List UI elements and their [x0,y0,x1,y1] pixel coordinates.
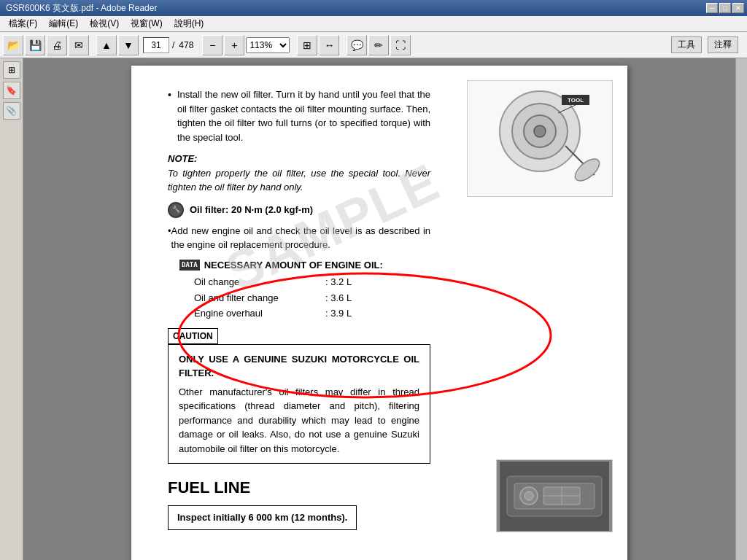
caution-title: ONLY USE A GENUINE SUZUKI MOTORCYCLE OIL… [179,352,419,381]
fit-page-button[interactable]: ⊞ [297,35,317,55]
data-icon: DATA [179,260,200,271]
print-button[interactable]: 🖨 [47,35,67,55]
window-controls: ─ □ ✕ [706,3,744,13]
menu-edit[interactable]: 編輯(E) [43,16,84,31]
open-button[interactable]: 📂 [3,35,23,55]
toolbar: 📂 💾 🖨 ✉ ▲ ▼ / 478 − + 113% 100% 75% ⊞ ↔ … [0,32,747,58]
data-label-2: Engine overhaul [194,306,325,321]
toolbar-right: 工具 注釋 [671,36,744,53]
minimize-button[interactable]: ─ [706,3,718,13]
fullscreen-button[interactable]: ⛶ [390,35,411,55]
sidebar-bookmarks-icon[interactable]: 🔖 [3,82,20,99]
data-value-2: : 3.9 L [325,306,352,321]
torque-row: 🔧 Oil filter: 20 N·m (2.0 kgf-m) [168,202,430,218]
menu-window[interactable]: 視窗(W) [125,16,168,31]
data-label-1: Oil and filter change [194,291,325,306]
data-value-1: : 3.6 L [325,291,352,306]
menu-file[interactable]: 檔案(F) [3,16,43,31]
note-label: NOTE: [168,152,430,166]
scrollbar[interactable] [735,58,747,560]
data-value-0: : 3.2 L [325,275,352,289]
svg-point-14 [525,491,533,500]
page-total: 478 [177,40,195,50]
page-navigation: / 478 [143,37,195,53]
inspect-box: Inspect initially 6 000 km (12 months). [168,505,357,530]
data-row-1: Oil and filter change : 3.6 L [194,291,430,306]
sidebar-attachments-icon[interactable]: 📎 [3,102,20,120]
data-section: DATA NECESSARY AMOUNT OF ENGINE OIL: Oil… [179,258,430,321]
next-page-button[interactable]: ▼ [118,35,139,55]
bullet-text-1: Install the new oil filter. Turn it by h… [177,88,430,144]
pdf-content: • Install the new oil filter. Turn it by… [168,88,430,534]
save-button[interactable]: 💾 [25,35,45,55]
data-row-0: Oil change : 3.2 L [194,275,430,289]
sidebar: ⊞ 🔖 📎 [0,58,23,560]
svg-text:TOOL: TOOL [568,97,584,104]
page-separator: / [171,40,176,50]
zoom-in-button[interactable]: + [224,35,244,55]
page-input[interactable] [143,37,169,53]
torque-text: Oil filter: 20 N·m (2.0 kgf-m) [190,203,313,217]
pdf-page: SAMPLE TOOL [131,66,627,560]
note-section: NOTE: To tighten properly the oil filter… [168,152,430,195]
data-row-2: Engine overhaul : 3.9 L [194,306,430,321]
illustration-bottom [496,459,613,532]
menu-view[interactable]: 檢視(V) [84,16,125,31]
caution-body: ONLY USE A GENUINE SUZUKI MOTORCYCLE OIL… [168,344,430,464]
bullet-item-1: • Install the new oil filter. Turn it by… [168,88,430,144]
annotate-button[interactable]: 注釋 [708,36,738,53]
markup-button[interactable]: ✏ [368,35,389,55]
main-area: ⊞ 🔖 📎 SAMPLE TOOL [0,58,747,560]
zoom-select[interactable]: 113% 100% 75% [246,37,290,53]
data-section-wrapper: DATA NECESSARY AMOUNT OF ENGINE OIL: Oil… [168,258,430,321]
bullet-symbol-1: • [168,88,171,144]
zoom-out-button[interactable]: − [202,35,222,55]
tools-button[interactable]: 工具 [671,36,702,53]
note-text: To tighten properly the oil filter, use … [168,166,430,195]
comment-button[interactable]: 💬 [347,35,367,55]
illustration-top: TOOL [467,80,613,197]
torque-icon: 🔧 [168,202,184,218]
email-button[interactable]: ✉ [69,35,89,55]
fit-width-button[interactable]: ↔ [319,35,339,55]
close-button[interactable]: ✕ [732,3,744,13]
maximize-button[interactable]: □ [719,3,731,13]
caution-container: CAUTION ONLY USE A GENUINE SUZUKI MOTORC… [168,328,430,464]
window-title: GSR600K6 英文版.pdf - Adobe Reader [3,2,706,15]
menu-bar: 檔案(F) 編輯(E) 檢視(V) 視窗(W) 說明(H) [0,16,747,32]
pdf-area[interactable]: SAMPLE TOOL [23,58,735,560]
bullet-item-2: • Add new engine oil and check the oil l… [168,224,430,252]
caution-text: Other manufacturer's oil filters may dif… [179,385,419,456]
svg-point-3 [534,125,546,137]
sidebar-pages-icon[interactable]: ⊞ [3,61,20,79]
svg-point-5 [571,155,603,184]
fuel-line-title: FUEL LINE [168,475,430,499]
title-bar: GSR600K6 英文版.pdf - Adobe Reader ─ □ ✕ [0,0,747,16]
menu-help[interactable]: 說明(H) [169,16,210,31]
data-rows: Oil change : 3.2 L Oil and filter change… [194,275,430,321]
caution-header: CAUTION [168,328,218,344]
bullet-text-2: Add new engine oil and check the oil lev… [171,224,430,252]
data-title: NECESSARY AMOUNT OF ENGINE OIL: [204,258,383,273]
data-label-0: Oil change [194,275,325,289]
prev-page-button[interactable]: ▲ [96,35,117,55]
data-header: DATA NECESSARY AMOUNT OF ENGINE OIL: [179,258,430,273]
